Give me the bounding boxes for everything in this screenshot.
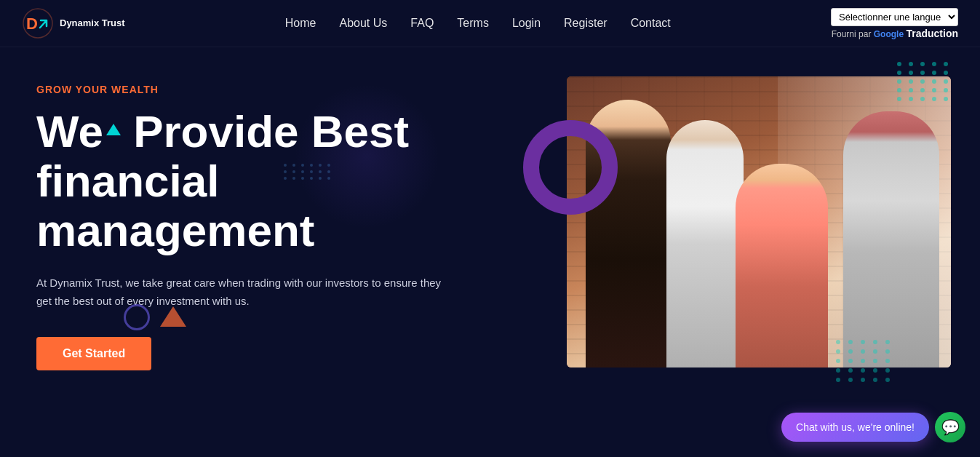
teal-dots-decoration <box>897 62 951 101</box>
chat-message: Chat with us, we're online! <box>796 421 915 433</box>
title-financial: financial <box>36 156 220 206</box>
hero-image-area <box>567 76 951 382</box>
main-nav: Home About Us FAQ Terms Login Register C… <box>285 17 671 30</box>
logo-area[interactable]: D Dynamix Trust <box>22 7 125 39</box>
nav-faq[interactable]: FAQ <box>410 17 434 30</box>
chat-widget[interactable]: Chat with us, we're online! 💬 <box>781 412 965 442</box>
hero-content: GROW YOUR WEALTH We Provide Best financi… <box>36 76 567 370</box>
nav-about[interactable]: About Us <box>340 17 388 30</box>
google-label: Google <box>874 29 904 39</box>
hero-title: We Provide Best financial management <box>36 107 567 256</box>
logo-icon: D <box>22 7 54 39</box>
purple-circle-decoration <box>523 120 618 215</box>
grow-label: GROW YOUR WEALTH <box>36 84 567 95</box>
translation-area: Sélectionner une langue English Français… <box>831 8 958 39</box>
traduction-label: Traduction <box>906 28 958 39</box>
hero-image <box>567 76 951 367</box>
hero-description: At Dynamix Trust, we take great care whe… <box>36 274 444 311</box>
nav-login[interactable]: Login <box>512 17 541 30</box>
title-management: management <box>36 205 314 255</box>
nav-terms[interactable]: Terms <box>457 17 489 30</box>
site-header: D Dynamix Trust Home About Us FAQ Terms … <box>0 0 980 47</box>
person-silhouette-2 <box>666 120 744 367</box>
title-provide-best: Provide Best <box>133 106 409 156</box>
hero-section: GROW YOUR WEALTH We Provide Best financi… <box>0 47 980 433</box>
fourni-text: Fourni par <box>832 29 872 39</box>
chat-icon-symbol: 💬 <box>941 418 960 436</box>
nav-register[interactable]: Register <box>564 17 607 30</box>
dots-decoration <box>284 164 332 180</box>
chat-online-icon[interactable]: 💬 <box>935 412 965 442</box>
title-we: We <box>36 106 103 156</box>
person-silhouette-3 <box>736 164 828 367</box>
get-started-button[interactable]: Get Started <box>36 337 151 370</box>
cyan-triangle-icon <box>106 124 121 135</box>
nav-contact[interactable]: Contact <box>631 17 671 30</box>
translation-label: Fourni par Google Traduction <box>832 28 958 39</box>
nav-home[interactable]: Home <box>285 17 316 30</box>
svg-text:D: D <box>26 15 38 33</box>
circle-outline-decoration <box>124 304 150 330</box>
chat-bubble[interactable]: Chat with us, we're online! <box>781 413 929 442</box>
person-silhouette-4 <box>843 111 939 367</box>
language-select[interactable]: Sélectionner une langue English Français… <box>831 8 958 26</box>
meeting-scene <box>567 76 951 367</box>
logo-text: Dynamix Trust <box>60 17 125 29</box>
bottom-dots-decoration <box>836 340 893 382</box>
triangle-decoration <box>160 306 186 327</box>
